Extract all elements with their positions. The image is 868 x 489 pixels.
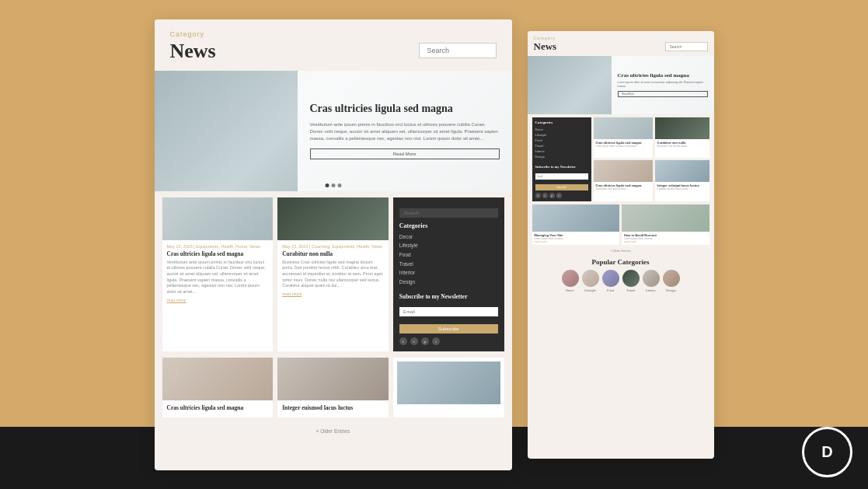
card-1-title: Cras ultricies ligula sed magna bbox=[167, 250, 269, 257]
right-cat-food[interactable]: Food bbox=[535, 138, 588, 143]
older-entries[interactable]: « Older Entries bbox=[155, 424, 512, 438]
right-social-icons: f t p i bbox=[535, 193, 588, 198]
right-card-d-image bbox=[655, 160, 709, 182]
pop-cat-lifestyle-img bbox=[582, 270, 599, 287]
left-sidebar-card: Categories Decor Lifestyle Food Travel I… bbox=[393, 197, 504, 352]
pop-cat-interior-label: Interior bbox=[646, 288, 655, 292]
left-search-input[interactable] bbox=[419, 43, 497, 58]
left-bottom-card-3 bbox=[393, 358, 504, 417]
pop-cat-decor-img bbox=[562, 270, 579, 287]
left-bottom-row: Cras ultricies ligula sed magna Integer … bbox=[155, 358, 512, 424]
right-twitter-icon[interactable]: t bbox=[542, 193, 548, 198]
right-search-input[interactable] bbox=[665, 42, 708, 51]
bottom-card-2-image bbox=[277, 358, 389, 400]
right-hero-desc: Lorem ipsum dolor sit amet consectetur a… bbox=[618, 81, 708, 89]
right-panel-header: Category News bbox=[528, 31, 714, 56]
hero-overlay: Cras ultricies ligula sed magna Vestibul… bbox=[298, 71, 512, 191]
right-hero-btn[interactable]: Read More bbox=[618, 91, 708, 97]
left-bottom-card-1: Cras ultricies ligula sed magna bbox=[162, 358, 274, 417]
newsletter-title: Subscribe to my Newsletter bbox=[399, 293, 498, 301]
two-col-2-read-more[interactable]: read more bbox=[624, 240, 707, 243]
right-card-c-image bbox=[594, 160, 653, 182]
popular-categories-list: Decor Lifestyle Food Travel Interior bbox=[534, 270, 708, 292]
hero-dot-1 bbox=[325, 183, 329, 187]
right-newsletter-title: Subscribe to my Newsletter bbox=[535, 165, 588, 169]
two-col-2-image bbox=[622, 204, 709, 232]
pop-cat-decor-label: Decor bbox=[566, 288, 574, 292]
right-pinterest-icon[interactable]: p bbox=[549, 193, 555, 198]
divi-logo: D bbox=[802, 427, 852, 477]
left-hero: Cras ultricies ligula sed magna Vestibul… bbox=[155, 71, 512, 191]
right-hero-title: Cras ultricies ligula sed magna bbox=[618, 72, 708, 79]
pop-cat-travel-label: Travel bbox=[626, 288, 635, 292]
right-cat-lifestyle[interactable]: Lifestyle bbox=[535, 132, 588, 138]
right-instagram-icon[interactable]: i bbox=[556, 193, 562, 198]
sidebar-cat-decor[interactable]: Decor bbox=[399, 232, 498, 242]
right-panel: Category News Cras ultricies ligula sed … bbox=[528, 31, 714, 459]
right-facebook-icon[interactable]: f bbox=[535, 193, 541, 198]
pop-cat-travel: Travel bbox=[622, 270, 640, 292]
left-card-1: May 23, 2023 | Equipments, Health, Home,… bbox=[162, 197, 274, 352]
sidebar-cat-design[interactable]: Design bbox=[399, 278, 498, 287]
card-1-meta: May 23, 2023 | Equipments, Health, Home,… bbox=[167, 244, 269, 249]
right-category-label: Category bbox=[534, 36, 557, 40]
main-background: Category News Cras ultricies ligula sed … bbox=[0, 0, 868, 489]
sidebar-cat-interior[interactable]: Interior bbox=[399, 268, 498, 278]
card-1-image bbox=[162, 197, 274, 240]
sidebar-categories-title: Categories bbox=[399, 222, 498, 229]
sidebar-search-input[interactable] bbox=[399, 208, 498, 218]
right-card-c-text: Vestibulum ante ipsum primis... bbox=[596, 187, 650, 190]
right-cat-interior[interactable]: Interior bbox=[535, 148, 588, 154]
card-2-read-more[interactable]: read more bbox=[282, 292, 384, 296]
pop-cat-food-img bbox=[602, 270, 619, 287]
pop-cat-lifestyle: Lifestyle bbox=[582, 270, 599, 292]
left-panel: Category News Cras ultricies ligula sed … bbox=[155, 19, 512, 470]
left-bottom-card-2: Integer euismod lacus luctus bbox=[277, 358, 389, 417]
right-content-grid: Cras ultricies ligula sed magna Lorem ip… bbox=[528, 114, 714, 205]
right-card-d-text: Curabitur laoreet dictum porta... bbox=[657, 187, 707, 190]
pop-cat-interior-img bbox=[643, 270, 660, 287]
bottom-card-1-title: Cras ultricies ligula sed magna bbox=[167, 404, 269, 411]
twitter-icon[interactable]: t bbox=[410, 337, 418, 345]
right-older-entries[interactable]: « Older Entries bbox=[528, 247, 714, 254]
newsletter-email-input[interactable] bbox=[399, 307, 498, 316]
right-cat-decor[interactable]: Decor bbox=[535, 127, 588, 132]
popular-categories-title: Popular Categories bbox=[534, 258, 708, 266]
card-2-meta: May 23, 2023 | Coaching, Equipments, Hea… bbox=[282, 244, 384, 249]
right-two-col: Managing Your Site Lorem ipsum dolor sit… bbox=[528, 204, 714, 247]
right-card-c: Cras ultricies ligula sed magna Vestibul… bbox=[594, 160, 653, 201]
pop-cat-design: Design bbox=[663, 270, 680, 292]
right-hero-overlay: Cras ultricies ligula sed magna Lorem ip… bbox=[612, 56, 714, 114]
sidebar-cat-food[interactable]: Food bbox=[399, 250, 498, 260]
two-col-1-image bbox=[532, 204, 620, 232]
hero-read-more-button[interactable]: Read More bbox=[310, 148, 500, 159]
right-email-input[interactable] bbox=[535, 173, 588, 180]
pinterest-icon[interactable]: p bbox=[421, 337, 429, 345]
right-card-d: Integer volutpat lacus luctus Curabitur … bbox=[655, 160, 709, 201]
card-1-read-more[interactable]: read more bbox=[167, 298, 269, 302]
right-sidebar-dark: Categories Decor Lifestyle Food Travel I… bbox=[532, 117, 591, 202]
hero-dot-3 bbox=[337, 183, 341, 187]
card-2-excerpt: Business Cras ultricies ligula sed magna… bbox=[282, 260, 384, 289]
instagram-icon[interactable]: i bbox=[432, 337, 440, 345]
subscribe-button[interactable]: Subscribe bbox=[399, 324, 498, 334]
facebook-icon[interactable]: f bbox=[399, 337, 407, 345]
right-cat-title: Categories bbox=[535, 121, 588, 124]
right-subscribe-button[interactable]: Subscribe bbox=[535, 184, 588, 190]
right-card-b-text: Business Cras ultricies ligula... bbox=[657, 145, 707, 148]
sidebar-cat-lifestyle[interactable]: Lifestyle bbox=[399, 241, 498, 250]
right-cat-design[interactable]: Design bbox=[535, 154, 588, 159]
right-cat-travel[interactable]: Travel bbox=[535, 143, 588, 148]
hero-title: Cras ultricies ligula sed magna bbox=[310, 102, 500, 116]
popular-categories-section: Popular Categories Decor Lifestyle Food … bbox=[528, 254, 714, 299]
right-card-b-image bbox=[655, 117, 709, 139]
hero-dot-2 bbox=[331, 183, 335, 187]
left-category-label: Category bbox=[170, 30, 216, 38]
pop-cat-travel-img bbox=[622, 270, 640, 287]
right-card-a-image bbox=[594, 117, 653, 139]
pop-cat-design-label: Design bbox=[666, 288, 675, 292]
two-col-1-read-more[interactable]: read more bbox=[535, 240, 618, 243]
bottom-card-2-title: Integer euismod lacus luctus bbox=[282, 404, 384, 411]
sidebar-cat-travel[interactable]: Travel bbox=[399, 260, 498, 269]
card-2-image bbox=[277, 197, 389, 240]
